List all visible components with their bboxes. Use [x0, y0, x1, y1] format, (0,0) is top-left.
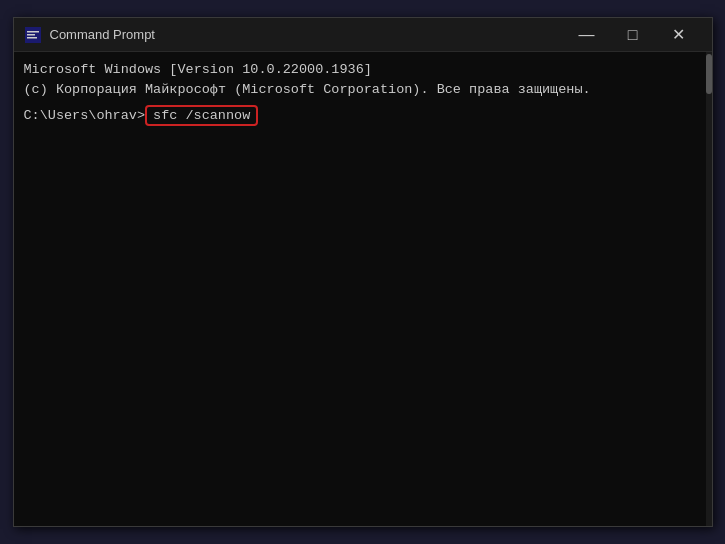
scrollbar-thumb[interactable] — [706, 54, 712, 94]
svg-rect-3 — [27, 37, 37, 39]
svg-rect-1 — [27, 31, 39, 33]
window-controls: — □ ✕ — [564, 18, 702, 52]
terminal-prompt-path: C:\Users\ohrav> — [24, 108, 146, 123]
terminal-command: sfc /scannow — [145, 105, 258, 126]
close-button[interactable]: ✕ — [656, 18, 702, 52]
title-bar: Command Prompt — □ ✕ — [14, 18, 712, 52]
terminal-prompt-line: C:\Users\ohrav> sfc /scannow — [24, 105, 702, 126]
minimize-button[interactable]: — — [564, 18, 610, 52]
terminal-line-1: Microsoft Windows [Version 10.0.22000.19… — [24, 60, 702, 80]
command-prompt-window: Command Prompt — □ ✕ Microsoft Windows [… — [13, 17, 713, 527]
terminal-body[interactable]: Microsoft Windows [Version 10.0.22000.19… — [14, 52, 712, 526]
maximize-button[interactable]: □ — [610, 18, 656, 52]
scrollbar-track[interactable] — [706, 52, 712, 526]
svg-rect-2 — [27, 34, 35, 36]
window-title: Command Prompt — [50, 27, 564, 42]
app-icon — [24, 26, 42, 44]
terminal-line-2: (c) Корпорация Майкрософт (Microsoft Cor… — [24, 80, 702, 100]
